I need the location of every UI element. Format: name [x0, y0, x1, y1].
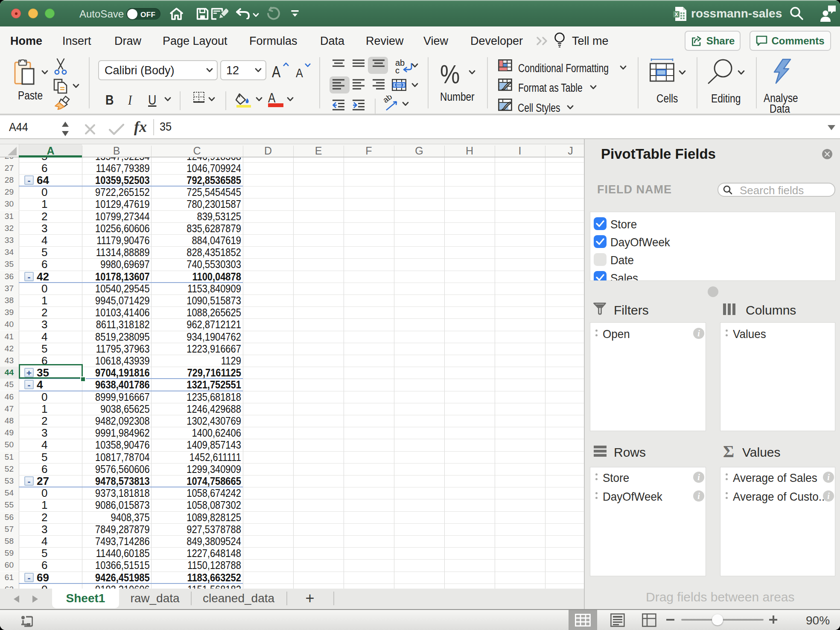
- svg-text:X: X: [674, 12, 678, 18]
- svg-text:c: c: [395, 66, 400, 75]
- svg-text:ab: ab: [384, 96, 394, 105]
